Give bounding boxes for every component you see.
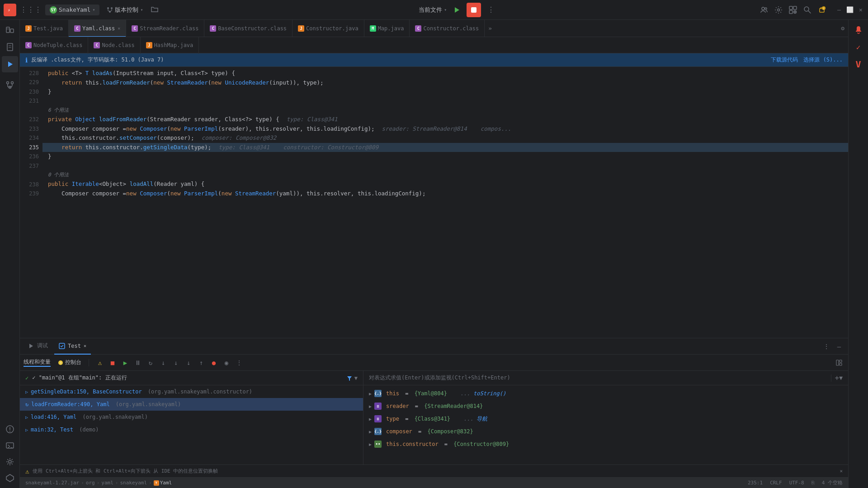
sidebar-bookmarks-icon[interactable] xyxy=(2,39,18,55)
maximize-button[interactable]: ⬜ xyxy=(846,6,854,14)
status-charset[interactable]: UTF-8 xyxy=(789,480,804,486)
status-position[interactable]: 235:1 xyxy=(748,480,763,486)
sidebar-terminal-icon[interactable] xyxy=(2,437,18,454)
sidebar-debug-icon[interactable] xyxy=(2,56,18,72)
debug-step-out-btn[interactable]: ↑ xyxy=(196,357,207,368)
debug-breakpoint-btn[interactable]: ● xyxy=(208,357,219,368)
debug-resume-btn[interactable]: ▶ xyxy=(120,357,131,368)
watch-item-constructor[interactable]: ▶ •• this.constructor = {Constructor@809… xyxy=(363,438,848,450)
watch-item-composer[interactable]: ▶ {.} composer = {Composer@832} xyxy=(363,425,848,438)
debug-step-into-btn[interactable]: ↓ xyxy=(170,357,181,368)
collab-icon[interactable] xyxy=(758,4,770,16)
tab-map-java[interactable]: M Map.java xyxy=(364,20,410,37)
tab-test-java[interactable]: J Test.java xyxy=(20,20,69,37)
hamburger-icon[interactable]: ⋮⋮⋮ xyxy=(20,5,42,14)
current-file-dropdown: ▾ xyxy=(444,7,447,12)
vcs-button[interactable]: 版本控制 ▾ xyxy=(103,4,146,16)
watch-expand-constructor[interactable]: ▶ xyxy=(369,442,372,447)
thread-dropdown[interactable]: ▼ xyxy=(354,375,358,381)
run-button[interactable] xyxy=(450,4,463,16)
debug-rerun-btn[interactable]: ↻ xyxy=(145,357,156,368)
minimize-button[interactable]: — xyxy=(835,6,843,14)
more-options-button[interactable]: ⋮ xyxy=(485,4,497,16)
tab-baseconstructor[interactable]: C BaseConstructor.class xyxy=(204,20,292,37)
watch-expand-sreader[interactable]: ▶ xyxy=(369,404,372,409)
settings-icon[interactable] xyxy=(772,4,785,16)
breadcrumb-yaml-class[interactable]: Y Yaml xyxy=(154,480,172,486)
sidebar-project-icon[interactable] xyxy=(2,22,18,38)
debug-tab-debug[interactable]: 调试 xyxy=(24,338,52,355)
tab-hashmap[interactable]: J HashMap.java xyxy=(141,37,199,54)
stop-button[interactable] xyxy=(467,3,481,17)
right-v-icon[interactable]: V xyxy=(850,56,867,72)
tab-yaml-class[interactable]: C Yaml.class ✕ xyxy=(69,20,126,37)
watch-item-type[interactable]: ▶ ≡ type = {Class@341} ... 导航 xyxy=(363,412,848,425)
folder-icon[interactable] xyxy=(151,5,159,15)
tab-close-yaml[interactable]: ✕ xyxy=(118,26,120,31)
debug-stop-btn[interactable]: ■ xyxy=(107,357,118,368)
breadcrumb-org[interactable]: org xyxy=(86,480,95,486)
breadcrumb-jar[interactable]: snakeyaml-1.27.jar xyxy=(25,480,79,486)
current-file-button[interactable]: 当前文件 ▾ xyxy=(419,6,447,14)
debug-settings-btn[interactable]: ⋮ xyxy=(821,341,832,352)
filter-icon[interactable] xyxy=(346,375,353,381)
tabs-settings-icon[interactable]: ⚙ xyxy=(837,25,848,32)
debug-mute-btn[interactable]: ◉ xyxy=(221,357,232,368)
download-source-button[interactable]: 下载源代码 xyxy=(771,56,798,64)
notifications-icon[interactable]: ! xyxy=(816,4,828,16)
watch-val-constructor: {Constructor@809} xyxy=(453,441,509,447)
tab-node[interactable]: C Node.class xyxy=(88,37,140,54)
status-indent[interactable]: 4 个空格 xyxy=(822,479,843,486)
tab-streamreader[interactable]: C StreamReader.class xyxy=(126,20,204,37)
watch-placeholder[interactable]: 对表达式求值(Enter)或添加监视(Ctrl+Shift+Enter) xyxy=(369,374,827,382)
line-num-230: 230 xyxy=(24,87,39,97)
watch-item-sreader[interactable]: ▶ ≡ sreader = {StreamReader@814} xyxy=(363,400,848,412)
stack-item-3[interactable]: ▷ main:32, Test (demo) xyxy=(20,423,363,436)
sidebar-problems-icon[interactable] xyxy=(2,421,18,437)
plugins-icon[interactable] xyxy=(787,4,799,16)
watch-expand-type[interactable]: ▶ xyxy=(369,417,372,422)
search-icon[interactable] xyxy=(801,4,814,16)
stack-item-0[interactable]: ▷ getSingleData:150, BaseConstructor (or… xyxy=(20,385,363,398)
watch-dropdown[interactable]: ▼ xyxy=(839,374,843,381)
breadcrumb-yaml[interactable]: yaml xyxy=(101,480,113,486)
tab-constructor-class[interactable]: C Constructor.class xyxy=(410,20,485,37)
debug-pause-btn[interactable]: ⏸ xyxy=(132,357,143,368)
debug-right-panel: 对表达式求值(Enter)或添加监视(Ctrl+Shift+Enter) + ▼… xyxy=(363,371,848,464)
close-button[interactable]: ✕ xyxy=(857,6,864,14)
right-check-icon[interactable]: ✓ xyxy=(850,39,867,55)
tabs-more-button[interactable]: » xyxy=(485,25,495,32)
watch-add-button[interactable]: + xyxy=(835,374,840,382)
tab-label-constructor-class: Constructor.class xyxy=(423,25,479,32)
tab-constructor-java[interactable]: J Constructor.java xyxy=(292,20,364,37)
watch-expand-this[interactable]: ▶ xyxy=(369,391,372,396)
sidebar-git-icon[interactable] xyxy=(2,77,18,93)
select-source-button[interactable]: 选择源 (S)... xyxy=(803,56,843,64)
watch-expand-composer[interactable]: ▶ xyxy=(369,429,372,434)
sidebar-plugins-bottom-icon[interactable] xyxy=(2,470,18,486)
stack-item-2[interactable]: ▷ load:416, Yaml (org.yaml.snakeyaml) xyxy=(20,411,363,423)
debug-minimize-btn[interactable]: — xyxy=(834,341,844,352)
debug-layout-btn[interactable] xyxy=(834,357,844,368)
tab-nodetuple[interactable]: C NodeTuple.class xyxy=(20,37,88,54)
debug-step-over-btn[interactable]: ↓ xyxy=(158,357,169,368)
threads-vars-label[interactable]: 线程和变量 xyxy=(24,358,51,367)
right-notifications-icon[interactable] xyxy=(850,22,867,38)
stack-item-1[interactable]: ↻ loadFromReader:490, Yaml (org.yaml.sna… xyxy=(20,398,363,411)
debug-force-step-btn[interactable]: ↓ xyxy=(183,357,194,368)
breadcrumb-snakeyaml[interactable]: snakeyaml xyxy=(120,480,147,486)
status-encoding-icon[interactable]: ⎘ xyxy=(811,480,815,486)
debug-tab-test[interactable]: Test ✕ xyxy=(54,338,91,355)
sidebar-build-icon[interactable] xyxy=(2,454,18,470)
status-crlf[interactable]: CRLF xyxy=(770,480,782,486)
debug-tab-close[interactable]: ✕ xyxy=(84,343,86,348)
code-content[interactable]: public <T> T loadAs(InputStream input, C… xyxy=(42,67,848,338)
debug-warn-btn[interactable]: ⚠ xyxy=(94,357,105,368)
watch-divider xyxy=(831,374,831,382)
watch-item-this[interactable]: ▶ {.} this = {Yaml@804} ... toString() xyxy=(363,387,848,400)
project-selector[interactable]: SY SnakeYaml ▾ xyxy=(45,5,99,15)
info-actions: 下载源代码 选择源 (S)... xyxy=(771,56,843,64)
console-label[interactable]: ! 控制台 xyxy=(58,359,81,366)
close-info-btn[interactable]: ✕ xyxy=(840,468,843,474)
debug-more-btn[interactable]: ⋮ xyxy=(234,357,245,368)
